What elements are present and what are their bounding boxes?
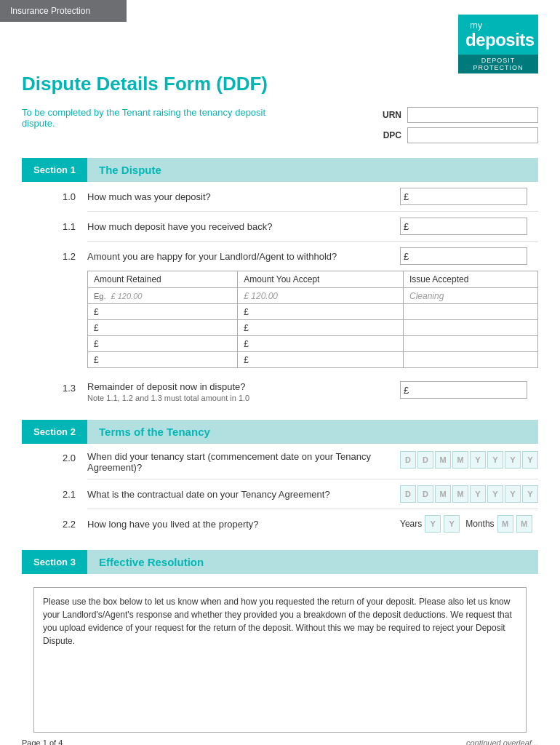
section1-title: The Dispute <box>87 158 538 182</box>
q-number-2-2: 2.2 <box>22 519 87 530</box>
dpc-row: DPC <box>380 127 538 143</box>
col-amount-retained: Amount Retained <box>88 271 238 288</box>
section3-title: Effective Resolution <box>87 550 538 574</box>
pound-sign-1-1: £ <box>404 221 409 232</box>
subtitle-row: To be completed by the Tenant raising th… <box>22 107 538 143</box>
deduction-table: Amount Retained Amount You Accept Issue … <box>87 271 538 368</box>
section3-instruction: Please use the box below to let us know … <box>33 587 527 733</box>
page-info: Page 1 of 4 <box>22 738 63 745</box>
question-1-2: 1.2 Amount you are happy for your Landlo… <box>22 242 538 271</box>
dpc-label: DPC <box>380 130 401 140</box>
date-box-y4: Y <box>522 451 538 469</box>
q-text-2-2: How long have you lived at the property? <box>87 519 400 530</box>
year-box-1: Y <box>425 515 441 533</box>
q-text-1-0: How much was your deposit? <box>87 191 400 202</box>
cell-accept-4: £ <box>238 352 404 368</box>
logo-tagline: DEPOSIT PROTECTION <box>458 55 538 73</box>
cell-retained-1: £ <box>88 304 238 320</box>
cell-retained-4: £ <box>88 352 238 368</box>
subtitle-text: To be completed by the Tenant raising th… <box>22 107 298 129</box>
date-box-d2: D <box>417 451 433 469</box>
date-box-2-1-m2: M <box>452 485 468 503</box>
pound-input-1-1: £ <box>400 218 527 235</box>
section1-number: Section 1 <box>22 158 87 182</box>
col-issue-accepted: Issue Accepted <box>403 271 537 288</box>
q-input-2-1: D D M M Y Y Y Y <box>400 485 538 503</box>
dpc-input[interactable] <box>407 127 538 143</box>
cell-issue-1 <box>403 304 537 320</box>
eg-accept: £ 120.00 <box>238 288 404 304</box>
years-label: Years <box>400 519 422 529</box>
pound-sign: £ <box>404 191 409 202</box>
date-box-2-1-y2: Y <box>487 485 503 503</box>
pound-input-1-2: £ <box>400 247 527 265</box>
eg-label: Eg. £ 120.00 <box>88 288 238 304</box>
pound-sign-1-3: £ <box>404 385 409 396</box>
date-box-y1: Y <box>470 451 486 469</box>
q-input-1-3: £ <box>400 381 538 399</box>
q-number-2-0: 2.0 <box>22 451 87 463</box>
q-number-1-3: 1.3 <box>22 381 87 394</box>
amount-1-0-input[interactable] <box>412 189 534 204</box>
question-2-2: 2.2 How long have you lived at the prope… <box>22 509 538 538</box>
q-text-2-0: When did your tenancy start (commencemen… <box>87 451 400 473</box>
cell-accept-2: £ <box>238 320 404 336</box>
q-text-1-3: Remainder of deposit now in dispute? Not… <box>87 381 400 402</box>
logo-box: my deposits <box>458 15 538 55</box>
question-2-0: 2.0 When did your tenancy start (commenc… <box>22 444 538 479</box>
col-amount-accept: Amount You Accept <box>238 271 404 288</box>
urn-input[interactable] <box>407 107 538 123</box>
section2-number: Section 2 <box>22 420 87 444</box>
months-label: Months <box>465 519 494 529</box>
cell-accept-3: £ <box>238 336 404 352</box>
question-1-3: 1.3 Remainder of deposit now in dispute?… <box>22 374 538 408</box>
date-box-d1: D <box>400 451 416 469</box>
date-box-2-1-y3: Y <box>505 485 521 503</box>
question-1-1: 1.1 How much deposit have you received b… <box>22 212 538 241</box>
section2: Section 2 Terms of the Tenancy 2.0 When … <box>22 420 538 538</box>
pound-input-1-3: £ <box>400 381 527 399</box>
header-tab: Insurance Protection <box>0 0 127 22</box>
years-months-group: Years Y Y Months M M <box>400 515 532 533</box>
urn-dpc-block: URN DPC <box>380 107 538 143</box>
section1: Section 1 The Dispute 1.0 How much was y… <box>22 158 538 408</box>
q-number-2-1: 2.1 <box>22 489 87 500</box>
cell-retained-2: £ <box>88 320 238 336</box>
eg-issue: Cleaning <box>403 288 537 304</box>
table-row: £ £ <box>88 320 538 336</box>
date-box-y2: Y <box>487 451 503 469</box>
logo: my deposits DEPOSIT PROTECTION <box>458 15 538 73</box>
continued-label: continued overleaf... <box>466 738 538 745</box>
amount-1-1-input[interactable] <box>412 219 534 234</box>
section2-title: Terms of the Tenancy <box>87 420 538 444</box>
cell-issue-2 <box>403 320 537 336</box>
table-row-example: Eg. £ 120.00 £ 120.00 Cleaning <box>88 288 538 304</box>
section3-number: Section 3 <box>22 550 87 574</box>
pound-sign-1-2: £ <box>404 251 409 262</box>
table-row: £ £ <box>88 304 538 320</box>
question-2-1: 2.1 What is the contractual date on your… <box>22 479 538 509</box>
month-box-2: M <box>516 515 532 533</box>
amount-1-2-input[interactable] <box>412 249 534 263</box>
q-number-1-0: 1.0 <box>22 191 87 202</box>
q-number-1-1: 1.1 <box>22 221 87 232</box>
date-box-y3: Y <box>505 451 521 469</box>
cell-accept-1: £ <box>238 304 404 320</box>
section2-header: Section 2 Terms of the Tenancy <box>22 420 538 444</box>
table-row: £ £ <box>88 336 538 352</box>
section3-content: Please use the box below to let us know … <box>22 574 538 733</box>
date-box-2-1-d1: D <box>400 485 416 503</box>
cell-issue-3 <box>403 336 537 352</box>
date-box-2-1-y1: Y <box>470 485 486 503</box>
inner-table-wrapper: Amount Retained Amount You Accept Issue … <box>22 271 538 374</box>
question-1-0: 1.0 How much was your deposit? £ <box>22 182 538 211</box>
amount-1-3-input[interactable] <box>412 383 534 397</box>
cell-issue-4 <box>403 352 537 368</box>
cell-retained-3: £ <box>88 336 238 352</box>
q-text-1-1: How much deposit have you received back? <box>87 221 400 232</box>
q-input-1-1: £ <box>400 218 538 235</box>
date-box-2-1-d2: D <box>417 485 433 503</box>
logo-deposits: deposits <box>465 31 531 49</box>
year-box-2: Y <box>444 515 460 533</box>
date-box-m2: M <box>452 451 468 469</box>
